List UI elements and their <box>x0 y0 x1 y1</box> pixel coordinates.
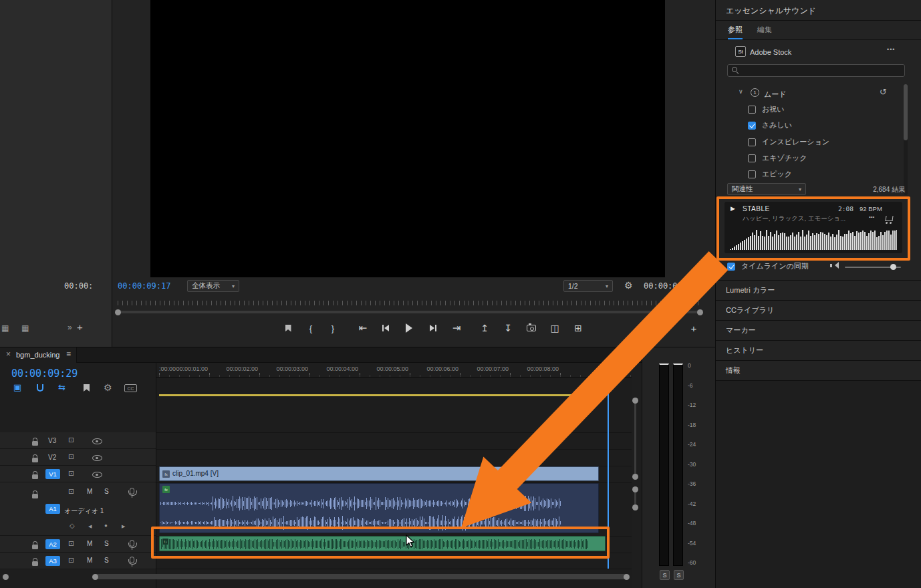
solo-button[interactable]: S <box>104 488 109 495</box>
audio-clip-a2-bgm[interactable]: fx <box>159 536 606 551</box>
track-output-eye-icon[interactable] <box>92 455 102 461</box>
filter-row-celebration[interactable]: お祝い <box>748 104 785 114</box>
sync-lock-icon[interactable]: ⊡ <box>68 488 74 495</box>
export-frame-button[interactable] <box>523 319 539 337</box>
mute-button[interactable]: M <box>87 488 92 495</box>
button-editor-plus[interactable]: + <box>686 319 702 337</box>
tab-browse[interactable]: 参照 <box>728 25 743 39</box>
timeline-content[interactable]: :00:00 00:00:01:00 00:00:02:00 00:00:03:… <box>156 363 632 588</box>
reset-filters-icon[interactable]: ↺ <box>880 88 887 96</box>
track-target-v1[interactable]: V1 <box>45 469 60 479</box>
stock-track-card[interactable]: ▶ STABLE 2:08 92 BPM ハッピー, リラックス, エモーショ.… <box>725 202 902 253</box>
search-box[interactable] <box>727 64 905 77</box>
track-name[interactable]: オーディオ 1 <box>64 506 104 516</box>
work-area-bar[interactable] <box>159 394 606 396</box>
previous-keyframe-icon[interactable]: ◀ <box>88 524 92 529</box>
playhead-line[interactable] <box>608 385 609 569</box>
close-panel-icon[interactable]: × <box>6 350 11 358</box>
track-label[interactable]: V2 <box>48 454 56 461</box>
checkbox-checked[interactable] <box>748 122 756 130</box>
lift-button[interactable]: ↥ <box>477 319 493 337</box>
panel-header-cc-libraries[interactable]: CCライブラリ <box>716 300 921 320</box>
drag-video-icon[interactable]: ▦ <box>21 324 29 332</box>
filter-row-inspiration[interactable]: インスピレーション <box>748 137 829 147</box>
comparison-view-button[interactable]: ◫ <box>547 319 563 337</box>
mood-scrollbar[interactable] <box>904 84 908 195</box>
volume-slider-knob[interactable] <box>890 264 896 270</box>
nest-sequences-icon[interactable]: ▣ <box>13 383 21 392</box>
add-to-cart-icon[interactable] <box>885 216 893 221</box>
voiceover-record-icon[interactable] <box>130 488 134 494</box>
panel-header-markers[interactable]: マーカー <box>716 320 921 340</box>
scrollbar-thumb[interactable] <box>904 84 908 140</box>
add-marker-button[interactable] <box>280 319 296 337</box>
step-forward-button[interactable] <box>425 319 441 337</box>
add-keyframe-icon[interactable]: ● <box>104 523 108 529</box>
extract-button[interactable]: ↧ <box>500 319 516 337</box>
timeline-tab-title[interactable]: bgm_ducking <box>16 351 59 359</box>
timeline-zoom-scrollbar[interactable] <box>94 574 628 579</box>
zoom-handle-left[interactable] <box>115 309 121 315</box>
filter-row-sad[interactable]: さみしい <box>748 120 792 130</box>
step-back-button[interactable] <box>378 319 394 337</box>
mute-button[interactable]: M <box>87 540 92 547</box>
track-more-icon[interactable]: ••• <box>869 214 874 220</box>
sync-lock-icon[interactable]: ⊡ <box>68 470 74 477</box>
track-target-a1[interactable]: A1 <box>45 504 60 514</box>
track-lock-icon[interactable] <box>32 458 38 462</box>
program-zoom-scrollbar[interactable] <box>115 309 703 315</box>
track-lock-icon[interactable] <box>32 474 38 479</box>
checkbox-unchecked[interactable] <box>748 106 756 114</box>
program-timecode[interactable]: 00:00:09:17 <box>118 281 170 291</box>
timeline-timecode[interactable]: 00:00:09:29 <box>11 368 78 380</box>
sync-lock-icon[interactable]: ⊡ <box>68 436 74 444</box>
checkbox-unchecked[interactable] <box>748 138 756 146</box>
play-button[interactable] <box>401 319 417 337</box>
scroll-knob[interactable] <box>632 398 638 404</box>
scroll-knob[interactable] <box>632 504 638 510</box>
track-target-a2[interactable]: A2 <box>45 539 60 549</box>
track-header-v2[interactable]: V2 ⊡ <box>0 449 156 466</box>
checkbox-unchecked[interactable] <box>748 154 756 162</box>
playback-resolution-select[interactable]: 1/2 ▾ <box>563 280 613 292</box>
zoom-level-select[interactable]: 全体表示 ▾ <box>187 280 239 292</box>
panel-header-info[interactable]: 情報 <box>716 360 921 380</box>
program-ruler[interactable] <box>118 301 700 305</box>
scroll-knob[interactable] <box>632 474 638 480</box>
more-options-icon[interactable]: ••• <box>887 47 895 53</box>
panel-menu-icon[interactable]: ≡ <box>66 350 71 358</box>
sync-lock-icon[interactable]: ⊡ <box>68 540 74 547</box>
add-marker-icon[interactable] <box>84 384 90 392</box>
settings-wrench-icon[interactable]: ⚙ <box>624 281 633 290</box>
keyframe-diamond-icon[interactable]: ◇ <box>70 523 75 529</box>
solo-button[interactable]: S <box>104 540 109 547</box>
zoom-knob-right[interactable] <box>624 574 630 580</box>
track-lock-icon[interactable] <box>32 441 38 446</box>
voiceover-record-icon[interactable] <box>130 557 134 563</box>
audio-clip-a1[interactable]: fx <box>159 483 599 533</box>
filter-row-epic[interactable]: エピック <box>748 169 792 179</box>
track-header-a2[interactable]: A2 ⊡ M S <box>0 536 156 553</box>
timeline-sync-row[interactable]: タイムラインの同期 <box>727 261 809 271</box>
video-tracks-scrollbar[interactable] <box>634 402 636 476</box>
search-input[interactable] <box>743 67 900 75</box>
track-header-a3[interactable]: A3 ⊡ M S <box>0 553 156 569</box>
solo-left-button[interactable]: S <box>660 570 670 580</box>
go-to-in-button[interactable]: ⇤ <box>355 319 371 337</box>
snap-toggle-icon[interactable] <box>37 384 43 392</box>
mute-button[interactable]: M <box>87 557 92 564</box>
drag-media-grid-icon[interactable]: ▦ <box>1 324 9 332</box>
solo-button[interactable]: S <box>104 557 109 564</box>
multicam-view-button[interactable]: ⊞ <box>570 319 586 337</box>
sync-lock-icon[interactable]: ⊡ <box>68 453 74 460</box>
checkbox-unchecked[interactable] <box>748 170 756 178</box>
panel-header-history[interactable]: ヒストリー <box>716 340 921 360</box>
overflow-chevrons-icon[interactable]: » <box>68 323 72 331</box>
track-lock-icon[interactable] <box>32 561 38 566</box>
button-editor-plus-icon[interactable]: + <box>77 322 83 332</box>
timeline-ruler[interactable]: :00:00 00:00:01:00 00:00:02:00 00:00:03:… <box>156 363 632 378</box>
video-clip-v1[interactable]: fx clip_01.mp4 [V] <box>159 466 599 481</box>
track-lock-icon[interactable] <box>32 545 38 549</box>
adobe-stock-label[interactable]: Adobe Stock <box>750 48 791 56</box>
linked-selection-icon[interactable]: ⇆ <box>58 383 65 392</box>
